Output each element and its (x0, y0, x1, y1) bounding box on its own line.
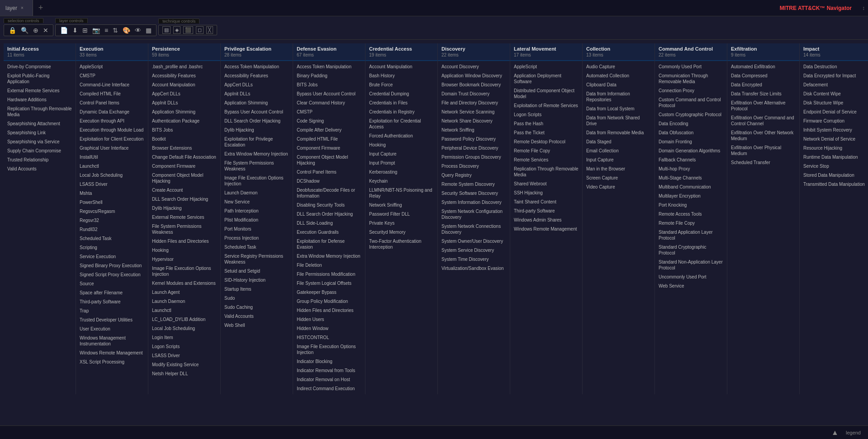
technique-item[interactable]: LSASS Driver (149, 351, 219, 360)
technique-item[interactable]: HISTCONTROL (294, 333, 364, 342)
technique-item[interactable]: Keychain (366, 177, 436, 185)
technique-item[interactable]: Execution through API (77, 117, 147, 125)
technique-disable-icon[interactable]: ⬛ (183, 26, 193, 34)
technique-item[interactable]: Modify Existing Service (149, 360, 219, 369)
technique-item[interactable]: Image File Execution Options Injection (149, 264, 219, 279)
technique-item[interactable]: Kernel Modules and Extensions (149, 279, 219, 288)
technique-item[interactable]: Hardware Additions (5, 95, 75, 104)
technique-item[interactable]: XSL Script Processing (77, 358, 147, 366)
technique-item[interactable]: Valid Accounts (5, 165, 75, 173)
technique-item[interactable]: Spearphishing Attachment (5, 119, 75, 128)
technique-item[interactable]: Sudo Caching (222, 303, 292, 312)
technique-item[interactable]: Peripheral Device Discovery (439, 144, 509, 152)
technique-item[interactable]: Mshta (77, 189, 147, 198)
technique-item[interactable]: Data Destruction (801, 62, 868, 71)
technique-item[interactable]: Accessibility Features (149, 71, 219, 80)
technique-item[interactable]: Account Discovery (439, 62, 509, 71)
technique-item[interactable]: Regsvcs/Regasm (77, 207, 147, 216)
technique-item[interactable]: Scheduled Task (222, 243, 292, 251)
technique-item[interactable]: New Service (222, 198, 292, 206)
technique-item[interactable]: File System Permissions Weakness (149, 222, 219, 236)
technique-item[interactable]: Exploitation of Remote Services (511, 101, 581, 110)
filter-icon[interactable]: ≡ (104, 26, 109, 35)
tab-add-button[interactable]: + (33, 3, 49, 13)
technique-item[interactable]: Web Service (656, 282, 726, 290)
technique-item[interactable]: Image File Execution Options Injection (222, 174, 292, 188)
technique-item[interactable]: Shared Webroot (511, 179, 581, 188)
technique-item[interactable]: Service Execution (77, 252, 147, 261)
technique-item[interactable]: Binary Padding (294, 71, 364, 80)
technique-item[interactable]: Application Deployment Software (511, 71, 581, 86)
technique-item[interactable]: Group Policy Modification (294, 297, 364, 306)
lock-icon[interactable]: 🔒 (8, 26, 17, 35)
technique-item[interactable]: Spearphishing Link (5, 128, 75, 137)
technique-item[interactable]: System Service Discovery (439, 246, 509, 255)
technique-item[interactable]: Windows Remote Management (511, 225, 581, 233)
technique-item[interactable]: Network Service Scanning (439, 108, 509, 116)
technique-item[interactable]: Defacement (801, 80, 868, 89)
technique-item[interactable]: Application Shimming (149, 108, 219, 116)
technique-item[interactable]: Securityd Memory (366, 228, 436, 236)
sort-icon[interactable]: ⇅ (112, 26, 119, 35)
technique-item[interactable]: Remote Desktop Protocol (511, 137, 581, 146)
technique-item[interactable]: External Remote Services (5, 86, 75, 95)
technique-item[interactable]: Authentication Package (149, 117, 219, 125)
technique-item[interactable]: Audio Capture (583, 62, 654, 71)
layout-icon[interactable]: ▦ (145, 26, 152, 35)
technique-item[interactable]: Access Token Manipulation (222, 62, 292, 71)
technique-item[interactable]: Custom Cryptographic Protocol (656, 110, 726, 119)
technique-item[interactable]: Indicator Blocking (294, 357, 364, 366)
technique-item[interactable]: Login Item (149, 333, 219, 342)
technique-item[interactable]: Data Staged (583, 137, 654, 146)
technique-item[interactable]: Network Denial of Service (801, 135, 868, 143)
technique-item[interactable]: Hooking (149, 246, 219, 255)
technique-item[interactable]: Signed Script Proxy Execution (77, 270, 147, 279)
technique-item[interactable]: Standard Non-Application Layer Protocol (656, 258, 726, 272)
technique-item[interactable]: Remote System Discovery (439, 180, 509, 189)
technique-item[interactable]: Multiband Communication (656, 183, 726, 191)
technique-item[interactable]: Third-party Software (511, 207, 581, 215)
technique-item[interactable]: Stored Data Manipulation (801, 171, 868, 179)
technique-item[interactable]: .bash_profile and .bashrc (149, 62, 219, 71)
technique-item[interactable]: Forced Authentication (366, 132, 436, 140)
technique-item[interactable]: Connection Proxy (656, 86, 726, 95)
close-selection-icon[interactable]: ✕ (42, 26, 49, 35)
technique-item[interactable]: Inhibit System Recovery (801, 126, 868, 134)
technique-item[interactable]: Component Object Model Hijacking (149, 171, 219, 185)
technique-item[interactable]: Dylib Hijacking (149, 204, 219, 212)
technique-item[interactable]: Process Injection (222, 234, 292, 242)
layer-tab[interactable]: layer × (0, 0, 33, 16)
technique-item[interactable]: Network Sniffing (439, 126, 509, 134)
technique-item[interactable]: Bash History (366, 71, 436, 80)
technique-item[interactable]: Process Discovery (439, 162, 509, 170)
technique-item[interactable]: Automated Collection (583, 71, 654, 80)
technique-item[interactable]: Private Keys (366, 219, 436, 227)
technique-item[interactable]: Disabling Security Tools (294, 201, 364, 209)
technique-item[interactable]: Plist Modification (222, 216, 292, 224)
technique-item[interactable]: Setuid and Setgid (222, 267, 292, 275)
technique-x-icon[interactable]: ╳ (206, 26, 213, 34)
technique-item[interactable]: Scripting (77, 243, 147, 252)
technique-item[interactable]: Data Transfer Size Limits (728, 90, 798, 98)
technique-item[interactable]: Windows Admin Shares (511, 216, 581, 224)
technique-item[interactable]: DLL Search Order Hijacking (222, 117, 292, 125)
scroll-top-button[interactable]: ▲ (831, 429, 839, 437)
legend-button[interactable]: legend (846, 430, 861, 435)
technique-item[interactable]: Web Shell (222, 321, 292, 330)
technique-item[interactable]: AppInit DLLs (222, 90, 292, 98)
technique-item[interactable]: Application Shimming (222, 99, 292, 107)
technique-item[interactable]: Two-Factor Authentication Interception (366, 237, 436, 251)
technique-item[interactable]: Windows Management Instrumentation (77, 334, 147, 348)
technique-item[interactable]: Port Knocking (656, 201, 726, 209)
technique-item[interactable]: Replication Through Removable Media (511, 165, 581, 179)
technique-item[interactable]: LLMNR/NBT-NS Poisoning and Relay (366, 186, 436, 200)
technique-item[interactable]: Create Account (149, 186, 219, 194)
technique-item[interactable]: Fallback Channels (656, 156, 726, 164)
technique-item[interactable]: Dylib Hijacking (222, 126, 292, 134)
technique-item[interactable]: Browser Bookmark Discovery (439, 80, 509, 89)
technique-item[interactable]: Network Share Discovery (439, 117, 509, 125)
technique-item[interactable]: User Execution (77, 325, 147, 333)
technique-clear-icon[interactable]: ◻ (196, 26, 204, 34)
technique-bg-icon[interactable]: ▤ (162, 26, 171, 34)
technique-item[interactable]: Execution through Module Load (77, 126, 147, 134)
